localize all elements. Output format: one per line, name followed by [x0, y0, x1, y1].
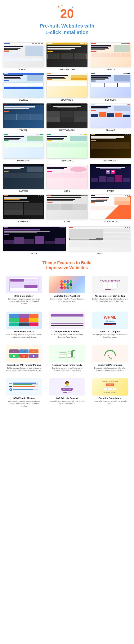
website-thumb-portfolio[interactable]	[3, 194, 44, 220]
feature-color-variations: Unlimited Color Variations Control over …	[47, 274, 87, 307]
feature-desc-header-footer: Build stunning headers and footers using…	[49, 334, 85, 338]
website-item-finance[interactable]: FINANCE	[90, 103, 131, 132]
demo-import-mock: ONE-CLICK DEMO IMPORT Single page import	[102, 380, 118, 393]
feature-element-blocks: 99+ Element Blocks Build amazing pages i…	[4, 310, 44, 340]
feature-icon-responsive	[49, 345, 85, 362]
website-item-photography[interactable]: PHOTOGRAPHY	[46, 103, 88, 132]
feature-performance: 100 Super Fast Performance Boost your we…	[90, 343, 130, 374]
feature-icon-demo-import: ONE-CLICK DEMO IMPORT Single page import	[92, 378, 128, 396]
feature-desc-plugins: Build amazing websites with time saving …	[6, 367, 42, 372]
wpml-mock: WPML RTL Support	[104, 315, 116, 325]
feature-icon-blocks	[6, 312, 42, 329]
website-thumb-music[interactable]	[3, 226, 66, 251]
hero-section: ✦ ✦ ✦ ✦ ✦ 20 Pre-built Websites with 1-c…	[0, 0, 134, 40]
website-thumb-travel[interactable]	[3, 103, 44, 128]
website-item-insurance[interactable]: INSURANCE	[46, 134, 88, 162]
feature-name-header-footer: Multiple Header & Footer	[49, 330, 85, 332]
website-label-music: MUSIC	[3, 252, 66, 254]
website-item-yoga[interactable]: YOGA	[46, 164, 88, 192]
website-thumb-agency[interactable]	[3, 42, 44, 67]
feature-seo: S SEO Friendly Markup Build amazing page…	[4, 376, 44, 409]
website-label-construction: CONSTRUCTION	[46, 68, 88, 70]
feature-desc-drag-drop: Build amazing pages in a page-builder an…	[6, 298, 42, 305]
feature-name-woocommerce: WooCommerce - Start Selling	[92, 295, 128, 297]
feature-desc-responsive: Everything you need to build impressive …	[49, 367, 85, 372]
feature-desc-seo: Build amazing pages in a page-builder an…	[6, 400, 42, 408]
support-mock: 👨‍💼 24/7 Support	[61, 381, 73, 393]
website-label-business: BUSINESS	[90, 99, 131, 101]
website-thumb-finance[interactable]	[90, 103, 131, 128]
website-thumb-charity[interactable]	[90, 42, 131, 67]
website-label-medical: MEDICAL	[3, 99, 44, 101]
feature-header-footer: Multiple Header & Footer Build stunning …	[47, 310, 87, 340]
website-item-blog[interactable]: BLOG	[68, 226, 131, 254]
feature-desc-woocommerce: Build an eCommerce shop with WooCommerce…	[92, 298, 128, 302]
plugins-mock: 🛒 🔌 ⚙️ 📝 🔒 📊	[10, 350, 38, 358]
website-item-lawyer[interactable]: LAWYER	[3, 164, 44, 192]
feature-name-plugins: Integrations With Popular Plugins	[6, 364, 42, 366]
website-thumb-marketing[interactable]	[3, 134, 44, 158]
website-label-photography: PHOTOGRAPHY	[46, 129, 88, 132]
feature-name-demo-import: One-click Demo Import	[92, 397, 128, 399]
website-thumb-construction[interactable]	[46, 42, 88, 67]
website-label-portfolio: PORTFOLIO	[3, 220, 44, 223]
website-thumb-medical[interactable]	[3, 73, 44, 98]
website-item-auto[interactable]: AUTO	[46, 194, 88, 223]
feature-wpml: WPML RTL Support WPML - RTL Support All …	[90, 310, 130, 340]
website-thumb-business[interactable]	[90, 73, 131, 98]
website-item-medical[interactable]: MEDICAL	[3, 73, 44, 101]
feature-drag-drop: ⋮⋮ Drag & Drop Editor Build amazing page…	[4, 274, 44, 307]
website-thumb-corporate[interactable]: CREATIVE AGENCY	[90, 194, 131, 220]
website-thumb-photography[interactable]	[46, 103, 88, 128]
website-label-event: EVENT	[90, 190, 131, 192]
website-label-charity: CHARITY	[90, 68, 131, 70]
seo-mock: S	[10, 382, 38, 391]
feature-name-drag-drop: Drag & Drop Editor	[6, 295, 42, 297]
feature-desc-colors: Control over text color. Use Theme Optio…	[49, 298, 85, 302]
hero-number: 20	[60, 7, 74, 21]
feature-name-wpml: WPML - RTL Support	[92, 330, 128, 332]
website-thumb-lawyer[interactable]	[3, 164, 44, 189]
website-thumb-auto[interactable]	[46, 194, 88, 220]
feature-woocommerce: WooCommerce WooCommerce - Start Selling …	[90, 274, 130, 307]
feature-plugins: 🛒 🔌 ⚙️ 📝 🔒 📊 Integrations With Popular P…	[4, 343, 44, 374]
website-item-event[interactable]: EVENT	[90, 164, 131, 192]
feature-icon-seo: S	[6, 378, 42, 396]
feature-support: 👨‍💼 24/7 Support 24/7 Friendly Support O…	[47, 376, 87, 409]
website-thumb-event[interactable]	[90, 164, 131, 189]
website-item-construction[interactable]: CONSTRUCTION	[46, 42, 88, 70]
website-thumb-blog[interactable]	[68, 226, 131, 251]
responsive-mock	[59, 350, 75, 358]
feature-name-colors: Unlimited Color Variations	[49, 295, 85, 297]
website-item-travel[interactable]: TRAVEL	[3, 103, 44, 132]
website-thumb-yoga[interactable]	[46, 164, 88, 189]
feature-name-support: 24/7 Friendly Support	[49, 397, 85, 399]
website-item-portfolio[interactable]: PORTFOLIO	[3, 194, 44, 223]
feature-responsive: Responsive and Retina Ready Everything y…	[47, 343, 87, 374]
blocks-mock	[10, 314, 38, 326]
website-item-education[interactable]: EDUCATION	[46, 73, 88, 101]
website-thumb-restaurant[interactable]	[90, 134, 131, 158]
feature-name-responsive: Responsive and Retina Ready	[49, 364, 85, 366]
website-label-travel: TRAVEL	[3, 129, 44, 132]
website-item-corporate[interactable]: CREATIVE AGENCY CORPORATE	[90, 194, 131, 223]
hero-title: Pre-built Websites with 1-click Installa…	[4, 23, 130, 36]
website-item-charity[interactable]: CHARITY	[90, 42, 131, 70]
feature-icon-drag-drop: ⋮⋮	[6, 276, 42, 293]
feature-desc-blocks: Build amazing pages in a page-builder. R…	[6, 334, 42, 338]
website-item-agency[interactable]: AGENCY	[3, 42, 44, 70]
features-title: Theme Features to Build Impressive Websi…	[4, 260, 130, 270]
website-thumb-insurance[interactable]	[46, 134, 88, 158]
website-label-education: EDUCATION	[46, 99, 88, 101]
website-item-restaurant[interactable]: RESTAURANT	[90, 134, 131, 162]
website-item-business[interactable]: BUSINESS	[90, 73, 131, 101]
feature-icon-woocommerce: WooCommerce	[92, 276, 128, 293]
feature-icon-colors	[49, 276, 85, 293]
website-item-marketing[interactable]: MARKETING	[3, 134, 44, 162]
feature-desc-performance: Boost your website speed and offer a fas…	[92, 367, 128, 372]
website-item-music[interactable]: MUSIC	[3, 226, 66, 254]
website-thumb-education[interactable]	[46, 73, 88, 98]
single-websites-row: MUSIC	[0, 226, 134, 254]
website-label-finance: FINANCE	[90, 129, 131, 132]
feature-name-seo: SEO Friendly Markup	[6, 397, 42, 399]
